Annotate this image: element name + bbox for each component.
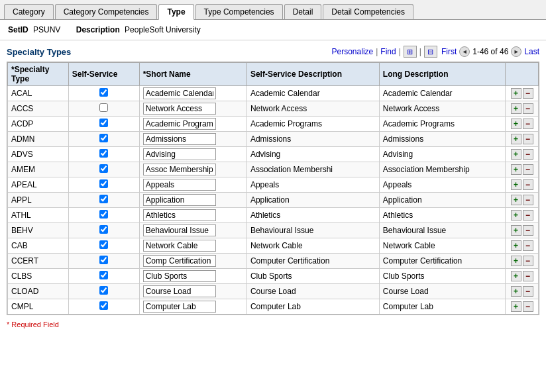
- cell-code: CLBS: [8, 269, 69, 284]
- short-name-input[interactable]: [143, 209, 216, 221]
- add-row-button[interactable]: +: [511, 119, 521, 129]
- short-name-input[interactable]: [143, 255, 216, 267]
- self-service-checkbox[interactable]: [99, 119, 108, 127]
- personalize-link[interactable]: Personalize: [332, 47, 374, 56]
- cell-code: APPL: [8, 193, 69, 208]
- short-name-input[interactable]: [143, 148, 216, 160]
- short-name-input[interactable]: [143, 103, 216, 115]
- cell-ss-description: Academic Programs: [246, 117, 379, 132]
- remove-row-button[interactable]: −: [523, 179, 533, 190]
- short-name-input[interactable]: [143, 133, 216, 145]
- self-service-checkbox[interactable]: [99, 103, 108, 112]
- add-row-button[interactable]: +: [511, 210, 521, 220]
- self-service-checkbox[interactable]: [99, 225, 108, 234]
- cell-short-name: [139, 177, 246, 193]
- tab-category[interactable]: Category: [4, 4, 54, 19]
- self-service-checkbox[interactable]: [99, 271, 108, 279]
- remove-row-button[interactable]: −: [523, 271, 533, 281]
- cell-self-service: [68, 101, 139, 117]
- short-name-input[interactable]: [143, 194, 216, 206]
- prev-button[interactable]: ◄: [459, 46, 470, 57]
- remove-row-button[interactable]: −: [523, 164, 533, 175]
- remove-row-button[interactable]: −: [523, 301, 533, 312]
- self-service-checkbox[interactable]: [99, 256, 108, 264]
- remove-row-button[interactable]: −: [523, 195, 533, 205]
- cell-long-description: Application: [379, 193, 505, 208]
- add-row-button[interactable]: +: [511, 240, 521, 251]
- cell-ss-description: Advising: [246, 147, 379, 162]
- remove-row-button[interactable]: −: [523, 149, 533, 160]
- cell-self-service: [68, 132, 139, 147]
- remove-row-button[interactable]: −: [523, 286, 533, 297]
- cell-long-description: Course Load: [379, 284, 505, 299]
- cell-actions: +−: [506, 132, 539, 147]
- short-name-input[interactable]: [143, 179, 216, 191]
- self-service-checkbox[interactable]: [99, 195, 108, 203]
- tab-detail-competencies[interactable]: Detail Competencies: [323, 4, 413, 19]
- add-row-button[interactable]: +: [511, 286, 521, 297]
- short-name-input[interactable]: [143, 240, 216, 252]
- table-row: ADMNAdmissionsAdmissions+−: [8, 132, 539, 147]
- add-row-button[interactable]: +: [511, 88, 521, 99]
- tab-type[interactable]: Type: [158, 4, 193, 20]
- table-header-row: *SpecialtyType Self-Service *Short Name …: [8, 63, 539, 86]
- tab-type-competencies[interactable]: Type Competencies: [195, 4, 283, 19]
- cell-short-name: [139, 86, 246, 101]
- cell-actions: +−: [506, 117, 539, 132]
- short-name-input[interactable]: [143, 270, 216, 282]
- add-row-button[interactable]: +: [511, 256, 521, 266]
- remove-row-button[interactable]: −: [523, 240, 533, 251]
- last-link[interactable]: Last: [524, 47, 539, 56]
- add-row-button[interactable]: +: [511, 103, 521, 114]
- cell-code: APEAL: [8, 177, 69, 193]
- add-row-button[interactable]: +: [511, 225, 521, 236]
- cell-ss-description: Association Membershi: [246, 162, 379, 177]
- remove-row-button[interactable]: −: [523, 256, 533, 266]
- download-icon[interactable]: ⊟: [424, 46, 437, 58]
- cell-code: CLOAD: [8, 284, 69, 299]
- first-link[interactable]: First: [441, 47, 457, 56]
- remove-row-button[interactable]: −: [523, 210, 533, 220]
- remove-row-button[interactable]: −: [523, 88, 533, 99]
- add-row-button[interactable]: +: [511, 271, 521, 281]
- add-row-button[interactable]: +: [511, 149, 521, 160]
- add-row-button[interactable]: +: [511, 179, 521, 190]
- remove-row-button[interactable]: −: [523, 119, 533, 129]
- add-row-button[interactable]: +: [511, 134, 521, 144]
- short-name-input[interactable]: [143, 118, 216, 130]
- short-name-input[interactable]: [143, 224, 216, 236]
- self-service-checkbox[interactable]: [99, 179, 108, 188]
- self-service-checkbox[interactable]: [99, 240, 108, 249]
- pagination: First ◄ 1-46 of 46 ► Last: [441, 46, 539, 57]
- cell-short-name: [139, 269, 246, 284]
- self-service-checkbox[interactable]: [99, 210, 108, 219]
- self-service-checkbox[interactable]: [99, 301, 108, 310]
- cell-long-description: Club Sports: [379, 269, 505, 284]
- next-button[interactable]: ►: [511, 46, 521, 57]
- self-service-checkbox[interactable]: [99, 164, 108, 173]
- add-row-button[interactable]: +: [511, 195, 521, 205]
- short-name-input[interactable]: [143, 285, 216, 297]
- self-service-checkbox[interactable]: [99, 149, 108, 158]
- remove-row-button[interactable]: −: [523, 103, 533, 114]
- self-service-checkbox[interactable]: [99, 134, 108, 142]
- tab-category-competencies[interactable]: Category Competencies: [55, 4, 158, 19]
- table-row: CMPLComputer LabComputer Lab+−: [8, 299, 539, 315]
- add-row-button[interactable]: +: [511, 164, 521, 175]
- page-range: 1-46 of 46: [472, 47, 508, 56]
- self-service-checkbox[interactable]: [99, 88, 108, 97]
- cell-ss-description: Behavioural Issue: [246, 223, 379, 238]
- remove-row-button[interactable]: −: [523, 134, 533, 144]
- short-name-input[interactable]: [143, 301, 216, 313]
- find-link[interactable]: Find: [380, 47, 396, 56]
- remove-row-button[interactable]: −: [523, 225, 533, 236]
- self-service-checkbox[interactable]: [99, 286, 108, 295]
- short-name-input[interactable]: [143, 164, 216, 175]
- tab-detail[interactable]: Detail: [284, 4, 322, 19]
- cell-long-description: Appeals: [379, 177, 505, 193]
- add-row-button[interactable]: +: [511, 301, 521, 312]
- table-row: BEHVBehavioural IssueBehavioural Issue+−: [8, 223, 539, 238]
- short-name-input[interactable]: [143, 87, 216, 99]
- view-icon[interactable]: ⊞: [404, 46, 417, 58]
- cell-long-description: Athletics: [379, 208, 505, 223]
